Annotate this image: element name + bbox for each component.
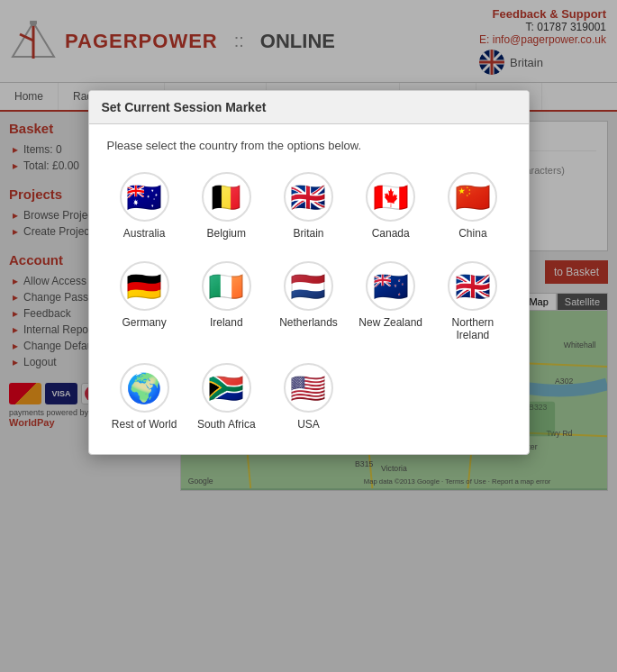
country-item-canada[interactable]: 🇨🇦Canada [353,167,428,245]
country-label-china: China [458,227,486,240]
flag-belgium: 🇧🇪 [202,172,251,222]
country-item-south-africa[interactable]: 🇿🇦South Africa [189,358,264,436]
country-grid: 🇦🇺Australia🇧🇪Belgium🇬🇧Britain🇨🇦Canada🇨🇳C… [107,167,511,436]
country-label-britain: Britain [293,227,323,240]
country-item-belgium[interactable]: 🇧🇪Belgium [189,167,264,245]
flag-australia: 🇦🇺 [120,172,169,222]
country-label-belgium: Belgium [207,227,246,240]
country-select-modal: Set Current Session Market Please select… [88,90,530,455]
country-item-ireland[interactable]: 🇮🇪Ireland [189,256,264,347]
flag-northern-ireland: 🇬🇧 [448,261,497,311]
country-label-south-africa: South Africa [197,418,256,431]
modal-body: Please select the country from the optio… [89,124,529,454]
country-label-new-zealand: New Zealand [358,316,422,329]
flag-ireland: 🇮🇪 [202,261,251,311]
modal-header: Set Current Session Market [89,91,529,124]
country-label-northern-ireland: Northern Ireland [439,316,506,341]
country-label-canada: Canada [372,227,410,240]
country-label-germany: Germany [122,316,166,329]
country-item-new-zealand[interactable]: 🇳🇿New Zealand [353,256,428,347]
country-label-usa: USA [297,418,320,431]
country-item-northern-ireland[interactable]: 🇬🇧Northern Ireland [435,256,510,347]
country-label-australia: Australia [123,227,166,240]
country-item-australia[interactable]: 🇦🇺Australia [107,167,182,245]
country-item-rest-of-world[interactable]: 🌍Rest of World [107,358,182,436]
country-label-netherlands: Netherlands [279,316,338,329]
flag-usa: 🇺🇸 [284,363,333,413]
flag-new-zealand: 🇳🇿 [366,261,415,311]
modal-overlay: Set Current Session Market Please select… [0,0,617,672]
country-item-germany[interactable]: 🇩🇪Germany [107,256,182,347]
country-label-rest-of-world: Rest of World [112,418,177,431]
flag-germany: 🇩🇪 [120,261,169,311]
country-item-netherlands[interactable]: 🇳🇱Netherlands [271,256,346,347]
country-item-china[interactable]: 🇨🇳China [435,167,510,245]
flag-china: 🇨🇳 [448,172,497,222]
flag-rest-of-world: 🌍 [120,363,169,413]
modal-instruction: Please select the country from the optio… [107,139,511,152]
country-item-usa[interactable]: 🇺🇸USA [271,358,346,436]
flag-canada: 🇨🇦 [366,172,415,222]
flag-south-africa: 🇿🇦 [202,363,251,413]
flag-britain: 🇬🇧 [284,172,333,222]
country-label-ireland: Ireland [210,316,243,329]
flag-netherlands: 🇳🇱 [284,261,333,311]
country-item-britain[interactable]: 🇬🇧Britain [271,167,346,245]
